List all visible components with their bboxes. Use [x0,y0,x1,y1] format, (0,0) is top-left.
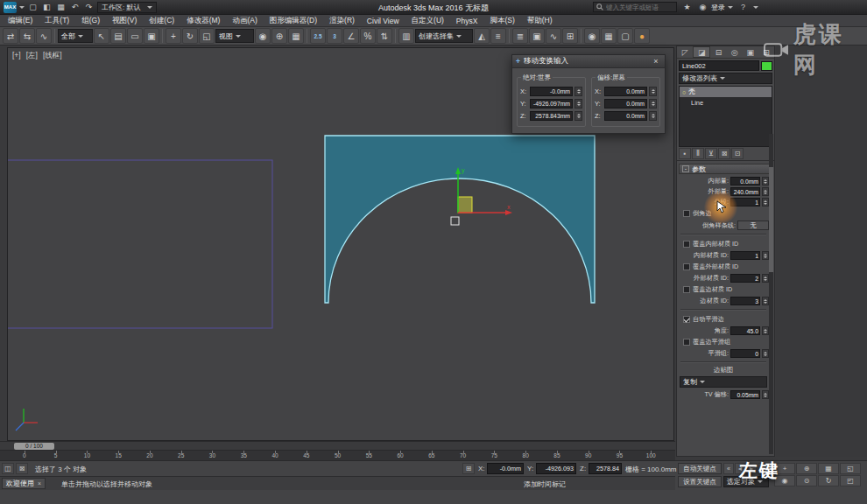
abs-y-spinner[interactable] [574,99,582,108]
outer-amount-spinner[interactable] [762,187,769,196]
mirror-icon[interactable]: ◭ [474,28,490,44]
smooth-group-field[interactable]: 0 [730,349,760,358]
abs-y-field[interactable]: -4926.097mm [530,99,573,108]
selection-region-icon[interactable]: ▭ [127,28,143,44]
redo-icon[interactable]: ↷ [83,2,95,13]
modifier-list-dropdown[interactable]: 修改器列表 [679,73,772,84]
x-axis-arrow-icon[interactable] [505,210,512,215]
keyboard-override-icon[interactable]: ▦ [288,28,304,44]
maximize-viewport-icon[interactable]: ◰ [840,475,861,486]
go-to-start-icon[interactable]: « [723,463,734,474]
select-object-icon[interactable]: ↖ [94,28,109,44]
time-slider[interactable]: 0 / 100 [0,441,675,450]
coord-x-field[interactable]: -0.0mm [487,463,524,474]
inner-amount-field[interactable]: 0.0mm [730,177,760,186]
abs-x-field[interactable]: -0.0mm [530,87,573,96]
modifier-stack-item-shell[interactable]: ○ 壳 [680,87,772,97]
menu-item-rendering[interactable]: 渲染(R) [323,15,361,26]
material-editor-icon[interactable]: ◉ [584,28,600,44]
help-icon[interactable]: ? [737,2,749,13]
menu-item-scripting[interactable]: 脚本(S) [483,15,520,26]
orbit-icon[interactable]: ↻ [818,475,839,486]
menu-item-modifiers[interactable]: 修改器(M) [180,15,226,26]
abs-z-field[interactable]: 2578.843mm [530,111,573,121]
display-tab-icon[interactable]: ▣ [743,46,758,58]
background-spline-rect[interactable] [8,160,272,328]
hierarchy-tab-icon[interactable]: ⊟ [710,46,726,58]
zoom-all-icon[interactable]: ⊙ [796,475,817,486]
off-y-field[interactable]: 0.0mm [604,99,647,108]
outer-mat-id-spinner[interactable] [762,274,769,283]
menu-item-physx[interactable]: PhysX [450,15,484,26]
time-slider-handle[interactable]: 0 / 100 [14,443,54,450]
percent-snap-icon[interactable]: % [360,28,376,44]
create-tab-icon[interactable]: ◸ [677,46,693,58]
override-inner-id-checkbox[interactable] [683,241,690,248]
inner-mat-id-field[interactable]: 1 [730,251,760,260]
curve-editor-icon[interactable]: ∿ [546,28,561,44]
spinner-snap-icon[interactable]: ⇅ [377,28,392,44]
add-time-tag[interactable]: 添加时间标记 [524,480,566,489]
app-logo[interactable]: MAX [4,2,17,13]
modify-tab-icon[interactable]: ◪ [693,46,710,58]
abs-x-spinner[interactable] [574,87,582,96]
off-z-spinner[interactable] [649,111,657,121]
use-pivot-center-icon[interactable]: ◉ [255,28,271,44]
search-input[interactable] [606,4,673,11]
motion-tab-icon[interactable]: ◎ [727,46,743,58]
render-production-icon[interactable]: ● [634,28,650,44]
bevel-edges-checkbox[interactable] [683,210,690,217]
auto-key-button[interactable]: 自动关键点 [678,463,722,474]
snap-toggle-25-icon[interactable]: 2.5 [310,28,326,44]
menu-item-civil-view[interactable]: Civil View [361,15,405,26]
outer-mat-id-field[interactable]: 2 [730,274,760,283]
select-and-scale-icon[interactable]: ◱ [199,28,215,44]
off-x-field[interactable]: 0.0mm [604,87,647,96]
remove-modifier-icon[interactable]: ⊠ [718,148,730,159]
menu-item-views[interactable]: 视图(V) [106,15,143,26]
edge-mat-id-spinner[interactable] [762,297,769,305]
tv-offset-field[interactable]: 0.05mm [730,390,760,399]
select-and-move-icon[interactable]: + [166,28,181,44]
xy-plane-handle[interactable] [458,197,472,213]
inner-amount-spinner[interactable] [762,177,769,186]
zoom-extents-icon[interactable]: ▦ [818,463,839,474]
isolate-selection-icon[interactable]: ◫ [2,463,14,474]
tv-offset-spinner[interactable] [762,390,769,399]
save-file-icon[interactable]: ▦ [55,2,67,13]
outer-amount-field[interactable]: 240.0mm [730,187,760,196]
caret-down-icon[interactable] [753,6,758,11]
angle-snap-icon[interactable]: ∠ [343,28,359,44]
off-z-field[interactable]: 0.0mm [604,111,647,121]
select-by-name-icon[interactable]: ▤ [110,28,126,44]
viewport-menu-button[interactable]: [+] [12,51,21,61]
viewport-shading-button[interactable]: [线框] [43,51,62,61]
pin-stack-icon[interactable]: ▪ [679,148,691,159]
modifier-stack-item-line[interactable]: Line [680,97,772,108]
coord-y-field[interactable]: -4926.093 [536,463,576,474]
abs-z-spinner[interactable] [574,111,582,121]
override-edge-id-checkbox[interactable] [683,286,690,293]
edge-mat-id-field[interactable]: 3 [730,297,760,305]
close-icon[interactable]: × [651,57,661,66]
reference-coordinate-dropdown[interactable]: 视图 [215,29,254,43]
new-file-icon[interactable]: ▢ [27,2,39,13]
welcome-close-icon[interactable]: × [38,480,41,486]
off-y-spinner[interactable] [649,99,657,108]
workspace-dropdown[interactable]: 工作区: 默认 [97,2,157,13]
visibility-bulb-icon[interactable]: ○ [682,89,686,95]
layer-manager-icon[interactable]: ≣ [512,28,528,44]
select-and-rotate-icon[interactable]: ↻ [182,28,198,44]
parameters-rollout-header[interactable]: - 参数 [679,164,772,174]
zoom-region-icon[interactable]: ◱ [840,463,861,474]
track-bar[interactable]: 0 5 10 15 20 25 30 35 40 45 50 55 60 65 … [0,450,675,460]
select-and-link-icon[interactable]: ⇄ [3,28,18,44]
undo-icon[interactable]: ↶ [69,2,81,13]
scrollbar-thumb[interactable] [769,167,773,272]
set-key-button[interactable]: 设置关键点 [678,476,722,487]
menu-item-customize[interactable]: 自定义(U) [405,15,450,26]
bind-to-space-warp-icon[interactable]: ∿ [36,28,52,44]
inner-mat-id-spinner[interactable] [762,251,769,260]
object-name-field[interactable]: Line002 [679,60,759,71]
app-menu-caret-icon[interactable] [19,6,25,11]
